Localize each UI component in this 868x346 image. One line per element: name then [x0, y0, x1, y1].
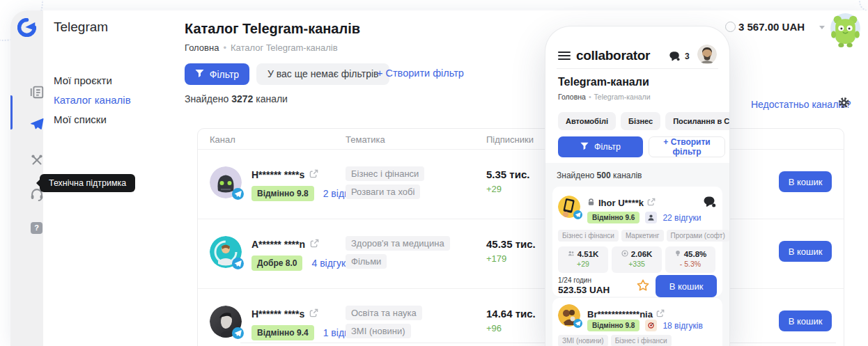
found-count: 3272	[231, 93, 253, 104]
subscribers-value: 45.35 тис.	[486, 238, 536, 250]
topic-tag: ЗМІ (новини)	[558, 335, 608, 346]
lock-icon	[587, 196, 595, 209]
channel-card[interactable]: Ihor U****k Відмінно 9.6 22 відгуки Бізн…	[552, 187, 722, 297]
projects-icon[interactable]	[29, 84, 45, 100]
rating-badge: Відмінно 9.6	[587, 212, 640, 223]
external-link-icon[interactable]	[656, 308, 665, 320]
external-link-icon[interactable]	[309, 308, 318, 320]
topic-tag: Розваги та хобі	[346, 184, 420, 199]
telegram-badge-icon	[573, 210, 582, 219]
mascot-avatar[interactable]	[826, 10, 865, 48]
add-to-cart-button[interactable]: В кошик	[779, 171, 832, 192]
topic-tag: Бізнес і фінанси	[611, 335, 672, 346]
telegram-badge-icon	[232, 327, 244, 339]
channel-name[interactable]: H****** ****s	[251, 308, 304, 320]
phone-create-filter-button[interactable]: + Створити фільтр	[649, 136, 725, 157]
menu-icon[interactable]	[558, 52, 571, 60]
tools-icon[interactable]	[29, 152, 45, 168]
telegram-catalog-icon[interactable]	[29, 116, 45, 132]
table-row[interactable]: H****** ****s Відмінно 9.4 1 відгук Осві…	[198, 288, 844, 346]
sidebar-item-lists[interactable]: Мої списки	[54, 113, 107, 125]
external-link-icon[interactable]	[310, 238, 319, 251]
channel-name[interactable]: A****** ****n	[251, 239, 305, 250]
channel-name[interactable]: Br************nia	[587, 309, 653, 320]
topic-tag: Бізнес і фінанси	[346, 166, 424, 181]
rating-badge: Відмінно 9.4	[251, 325, 314, 340]
phone-results-section: Знайдено 500 каналів Ihor U****k Відмінн…	[545, 163, 729, 346]
placement-period: 1/24 годин	[558, 276, 591, 284]
collaborator-wordmark: collaborator	[576, 48, 650, 63]
rating-badge: Відмінно 9.8	[587, 320, 640, 331]
stat-views: 2.06K +335	[612, 246, 662, 273]
subscribers-value: 5.35 тис.	[486, 168, 529, 180]
funnel-icon	[580, 142, 589, 152]
sidebar-item-catalog[interactable]: Каталог каналів	[54, 94, 131, 106]
phone-mockup: collaborator 3 Telegram-канали Головна•T…	[545, 26, 729, 346]
coin-icon	[725, 22, 736, 32]
add-to-cart-button[interactable]: В кошик	[779, 310, 832, 331]
stat-err: 45.8% - 5.3%	[665, 246, 715, 273]
chat-count-badge: 3	[685, 52, 690, 61]
no-filters-chip: У вас ще немає фільтрів	[256, 63, 389, 85]
channel-stats: 4.51K +29 2.06K +335 45.8% - 5.3%	[558, 246, 715, 273]
topic-chips: Автомобілі Бізнес Посилання в США	[558, 112, 729, 130]
support-tooltip: Технічна підтримка	[40, 174, 135, 192]
breadcrumb-home[interactable]: Головна	[185, 42, 219, 53]
eye-icon	[621, 250, 628, 258]
stat-subscribers: 4.51K +29	[558, 246, 608, 273]
product-label: Telegram	[54, 19, 108, 35]
row-divider	[240, 343, 836, 343]
subscribers-growth: +96	[486, 323, 502, 333]
subscribers-value: 14.64 тис.	[486, 308, 536, 320]
table-row[interactable]: H****** ****s Відмінно 9.8 2 відгуки Біз…	[198, 150, 844, 219]
channel-name[interactable]: H****** ****s	[251, 169, 304, 180]
collaborator-logo-icon[interactable]	[17, 18, 36, 37]
subscribers-growth: +179	[486, 253, 506, 264]
add-to-cart-button[interactable]: В кошик	[779, 241, 832, 262]
column-topic: Тематика	[346, 134, 385, 145]
phone-filter-button[interactable]: Фільтр	[558, 136, 643, 157]
column-subscribers: Підписники	[486, 134, 534, 145]
gear-icon[interactable]	[838, 97, 850, 109]
caret-down-icon[interactable]	[819, 26, 825, 29]
page-title: Каталог Telegram-каналів	[185, 21, 360, 37]
filter-button[interactable]: Фільтр	[185, 63, 249, 85]
reviews-link[interactable]: 18 відгуків	[662, 321, 702, 331]
chip-usa-links[interactable]: Посилання в США	[665, 112, 729, 130]
external-link-icon[interactable]	[647, 196, 656, 209]
external-link-icon[interactable]	[309, 168, 318, 181]
chip-auto[interactable]: Автомобілі	[558, 112, 616, 130]
table-row[interactable]: A****** ****n Добре 8.0 4 відгуки Здоров…	[198, 219, 844, 288]
person-badge-icon	[645, 212, 657, 223]
help-question-icon[interactable]: ?	[31, 222, 42, 234]
topic-tag: ЗМІ (новини)	[346, 324, 411, 338]
topic-tag: Здоров'я та медицина	[346, 236, 450, 251]
channel-card[interactable]: Br************nia Відмінно 9.8 18 відгук…	[552, 298, 722, 346]
table-header: Канал Тематика Підписники	[198, 129, 844, 150]
topic-tag: Фільми	[346, 254, 387, 269]
people-icon	[568, 250, 575, 258]
divider	[557, 68, 718, 69]
not-enough-channels-link[interactable]: Недостатньо каналів?	[751, 99, 851, 110]
topic-tag: Освіта та наука	[346, 306, 422, 320]
icon-rail: ?	[10, 10, 43, 346]
favorite-star-icon[interactable]	[636, 278, 650, 292]
chip-business[interactable]: Бізнес	[621, 112, 660, 130]
balance-amount[interactable]: 3 567.00 UAH	[738, 21, 805, 33]
sidebar-item-projects[interactable]: Мої проєкти	[54, 74, 112, 86]
placement-price: 523.53 UAH	[558, 285, 610, 295]
chat-bubbles-icon[interactable]	[702, 195, 716, 212]
found-count-text: Знайдено 3272 канали	[185, 93, 288, 104]
phone-page-title: Telegram-канали	[558, 76, 649, 88]
topic-tag: Бізнес і фінанси	[558, 230, 619, 242]
reviews-link[interactable]: 22 відгуки	[662, 213, 701, 223]
add-to-cart-button[interactable]: В кошик	[656, 275, 717, 297]
chat-icon[interactable]	[668, 50, 681, 63]
create-filter-link[interactable]: + Створити фільтр	[377, 68, 464, 79]
channels-table: Канал Тематика Підписники H****** ****s …	[197, 128, 844, 346]
user-avatar[interactable]	[697, 45, 717, 64]
channel-name[interactable]: Ihor U****k	[598, 198, 644, 208]
breadcrumb: Головна•Каталог Telegram-каналів	[185, 42, 338, 53]
telegram-badge-icon	[232, 258, 244, 269]
breadcrumb-current: Каталог Telegram-каналів	[231, 42, 338, 53]
